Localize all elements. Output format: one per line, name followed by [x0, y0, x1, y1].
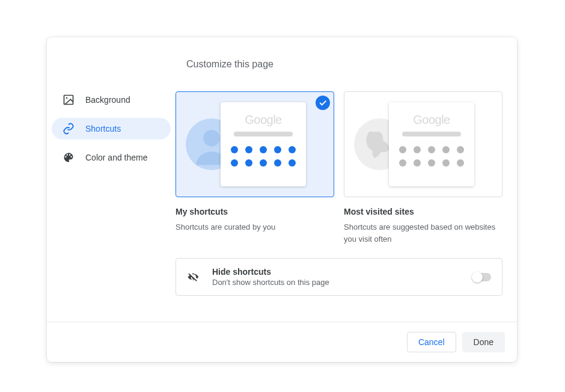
preview-dot — [260, 159, 267, 167]
preview-dot — [399, 159, 406, 167]
option-card-most-visited[interactable]: Google — [344, 91, 502, 197]
hide-shortcuts-panel: Hide shortcuts Don't show shortcuts on t… — [176, 258, 502, 296]
main-content: Customize this page — [176, 37, 517, 322]
preview-dots — [231, 146, 296, 167]
sidebar-item-label: Shortcuts — [85, 124, 121, 133]
toggle-knob — [472, 272, 483, 283]
preview-dot — [414, 146, 421, 153]
preview-dot — [399, 146, 406, 153]
hide-title: Hide shortcuts — [212, 267, 473, 277]
sidebar-item-background[interactable]: Background — [52, 89, 171, 111]
preview-dot — [428, 146, 435, 153]
hide-text: Hide shortcuts Don't show shortcuts on t… — [212, 267, 473, 287]
sidebar: Background Shortcuts Color and theme — [47, 37, 176, 322]
sidebar-item-label: Background — [85, 95, 130, 105]
sidebar-item-color-theme[interactable]: Color and theme — [52, 147, 171, 168]
preview-dot — [245, 159, 252, 167]
link-icon — [63, 123, 75, 135]
customize-dialog: Background Shortcuts Color and theme — [47, 37, 517, 362]
preview-dot — [457, 146, 464, 153]
page-title: Customize this page — [186, 59, 502, 70]
preview-search-bar — [234, 132, 293, 136]
preview-logo: Google — [413, 113, 450, 127]
preview-dot — [442, 159, 450, 167]
preview-search-bar — [402, 132, 461, 136]
option-my-shortcuts: Google — [176, 91, 334, 245]
image-icon — [63, 94, 75, 106]
done-button[interactable]: Done — [462, 332, 505, 352]
preview-dot — [289, 159, 296, 167]
preview-logo: Google — [245, 113, 282, 127]
sidebar-item-label: Color and theme — [85, 153, 148, 162]
preview-dot — [245, 146, 252, 153]
svg-point-1 — [66, 97, 68, 99]
option-title: Most visited sites — [344, 207, 502, 216]
preview-dot — [274, 159, 281, 167]
preview-dot — [428, 159, 435, 167]
checkmark-icon — [316, 96, 330, 110]
preview-dot — [274, 146, 281, 153]
preview-dot — [442, 146, 450, 153]
preview-dot — [457, 159, 464, 167]
dialog-footer: Cancel Done — [47, 322, 517, 362]
preview-dots — [399, 146, 464, 167]
option-title: My shortcuts — [176, 207, 334, 216]
cancel-button[interactable]: Cancel — [407, 332, 456, 352]
option-card-my-shortcuts[interactable]: Google — [176, 91, 334, 197]
option-description: Shortcuts are suggested based on website… — [344, 221, 502, 245]
dialog-body: Background Shortcuts Color and theme — [47, 37, 517, 322]
hide-shortcuts-toggle[interactable] — [473, 273, 491, 281]
svg-point-3 — [203, 130, 220, 147]
option-most-visited: Google — [344, 91, 502, 245]
preview-dot — [231, 159, 238, 167]
preview-tile: Google — [221, 102, 306, 186]
preview-dot — [289, 146, 296, 153]
sidebar-item-shortcuts[interactable]: Shortcuts — [52, 118, 171, 139]
preview-dot — [414, 159, 421, 167]
palette-icon — [63, 152, 75, 164]
preview-dot — [260, 146, 267, 153]
hide-description: Don't show shortcuts on this page — [212, 278, 473, 287]
shortcut-options: Google — [176, 91, 502, 245]
preview-tile: Google — [389, 102, 474, 186]
eye-off-icon — [187, 271, 200, 284]
preview-dot — [231, 146, 238, 153]
option-description: Shortcuts are curated by you — [176, 221, 334, 233]
